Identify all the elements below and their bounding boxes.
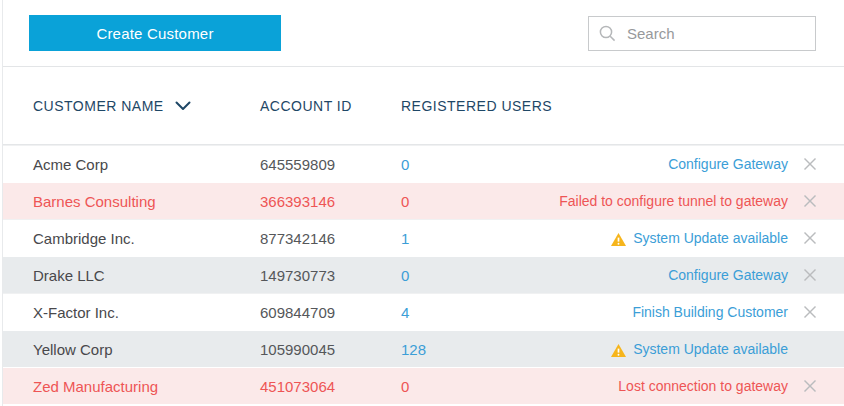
- registered-users-cell: 128: [401, 341, 521, 358]
- account-id-cell: 877342146: [260, 230, 401, 247]
- table-row[interactable]: Cambridge Inc. 877342146 1 System Update…: [3, 219, 844, 256]
- registered-users-count[interactable]: 1: [401, 230, 409, 247]
- create-customer-button[interactable]: Create Customer: [29, 15, 281, 51]
- column-header-account-id[interactable]: ACCOUNT ID: [260, 98, 401, 114]
- warning-icon: [611, 344, 626, 357]
- status-link[interactable]: Configure Gateway: [668, 267, 788, 283]
- customer-name-cell: X-Factor Inc.: [3, 304, 260, 321]
- warning-icon: [611, 233, 626, 246]
- close-icon[interactable]: [803, 379, 817, 393]
- status-cell: System Update available: [521, 341, 788, 357]
- status-link[interactable]: Configure Gateway: [668, 156, 788, 172]
- close-cell: [788, 342, 844, 356]
- status-link: Failed to configure tunnel to gateway: [559, 193, 788, 209]
- status-cell: Failed to configure tunnel to gateway: [521, 193, 788, 209]
- table-row[interactable]: X-Factor Inc. 609844709 4 Finish Buildin…: [3, 293, 844, 330]
- registered-users-count[interactable]: 4: [401, 304, 409, 321]
- registered-users-cell: 0: [401, 156, 521, 173]
- registered-users-cell: 0: [401, 267, 521, 284]
- registered-users-cell: 0: [401, 193, 521, 210]
- account-id-cell: 609844709: [260, 304, 401, 321]
- customer-table: CUSTOMER NAME ACCOUNT ID REGISTERED USER…: [3, 67, 844, 404]
- customer-name-cell: Zed Manufacturing: [3, 378, 260, 395]
- search-input[interactable]: [625, 24, 805, 43]
- close-cell: [788, 231, 844, 245]
- status-link[interactable]: System Update available: [633, 341, 788, 357]
- close-icon[interactable]: [803, 305, 817, 319]
- status-link[interactable]: System Update available: [633, 230, 788, 246]
- account-id-cell: 645559809: [260, 156, 401, 173]
- status-cell: Configure Gateway: [521, 156, 788, 172]
- table-row[interactable]: Zed Manufacturing 451073064 0 Lost conne…: [3, 367, 844, 404]
- registered-users-count[interactable]: 0: [401, 156, 409, 173]
- close-cell: [788, 268, 844, 282]
- status-cell: Finish Building Customer: [521, 304, 788, 320]
- status-cell: Lost connection to gateway: [521, 378, 788, 394]
- status-link: Lost connection to gateway: [618, 378, 788, 394]
- account-id-cell: 451073064: [260, 378, 401, 395]
- status-cell: Configure Gateway: [521, 267, 788, 283]
- close-cell: [788, 305, 844, 319]
- account-id-cell: 366393146: [260, 193, 401, 210]
- registered-users-count[interactable]: 0: [401, 193, 409, 210]
- column-header-registered-users[interactable]: REGISTERED USERS: [401, 98, 844, 114]
- registered-users-count[interactable]: 0: [401, 267, 409, 284]
- customer-name-cell: Acme Corp: [3, 156, 260, 173]
- table-row[interactable]: Barnes Consulting 366393146 0 Failed to …: [3, 182, 844, 219]
- close-icon[interactable]: [803, 268, 817, 282]
- customer-management-page: Create Customer CUSTOMER NAME ACCOUN: [2, 0, 844, 406]
- toolbar: Create Customer: [3, 0, 844, 67]
- chevron-down-icon: [175, 101, 191, 111]
- account-id-cell: 105990045: [260, 341, 401, 358]
- registered-users-cell: 4: [401, 304, 521, 321]
- column-header-customer-name[interactable]: CUSTOMER NAME: [3, 98, 260, 114]
- table-row[interactable]: Yellow Corp 105990045 128 System Update …: [3, 330, 844, 367]
- close-cell: [788, 194, 844, 208]
- customer-name-cell: Drake LLC: [3, 267, 260, 284]
- registered-users-count[interactable]: 128: [401, 341, 426, 358]
- close-icon[interactable]: [803, 231, 817, 245]
- customer-name-cell: Yellow Corp: [3, 341, 260, 358]
- close-cell: [788, 379, 844, 393]
- table-row[interactable]: Acme Corp 645559809 0 Configure Gateway: [3, 145, 844, 182]
- registered-users-count[interactable]: 0: [401, 378, 409, 395]
- customer-name-cell: Barnes Consulting: [3, 193, 260, 210]
- status-cell: System Update available: [521, 230, 788, 246]
- account-id-cell: 149730773: [260, 267, 401, 284]
- column-header-label: CUSTOMER NAME: [33, 98, 164, 114]
- table-header-row: CUSTOMER NAME ACCOUNT ID REGISTERED USER…: [3, 67, 844, 145]
- table-body: Acme Corp 645559809 0 Configure Gateway: [3, 145, 844, 404]
- close-icon[interactable]: [803, 194, 817, 208]
- close-cell: [788, 157, 844, 171]
- customer-name-cell: Cambridge Inc.: [3, 230, 260, 247]
- search-box[interactable]: [588, 16, 816, 51]
- registered-users-cell: 1: [401, 230, 521, 247]
- close-icon[interactable]: [803, 157, 817, 171]
- search-icon: [599, 25, 616, 42]
- table-row[interactable]: Drake LLC 149730773 0 Configure Gateway: [3, 256, 844, 293]
- registered-users-cell: 0: [401, 378, 521, 395]
- status-link[interactable]: Finish Building Customer: [632, 304, 788, 320]
